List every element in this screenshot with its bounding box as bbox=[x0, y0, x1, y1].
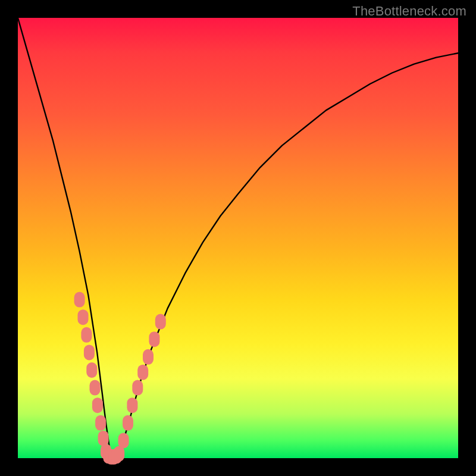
data-marker bbox=[118, 433, 129, 448]
marker-layer bbox=[74, 292, 166, 465]
data-marker bbox=[90, 380, 101, 396]
chart-frame: TheBottleneck.com bbox=[0, 0, 476, 476]
plot-area bbox=[18, 18, 458, 458]
data-marker bbox=[81, 327, 92, 343]
data-marker bbox=[149, 331, 159, 347]
bottleneck-curve-path bbox=[18, 18, 458, 458]
data-marker bbox=[114, 446, 124, 462]
chart-svg bbox=[18, 18, 458, 458]
data-marker bbox=[127, 397, 137, 413]
data-marker bbox=[86, 362, 97, 378]
data-marker bbox=[98, 431, 109, 446]
data-marker bbox=[143, 349, 154, 365]
watermark-label: TheBottleneck.com bbox=[352, 4, 466, 19]
data-marker bbox=[92, 397, 103, 413]
data-marker bbox=[132, 380, 143, 396]
data-marker bbox=[95, 415, 106, 431]
data-marker bbox=[137, 365, 148, 380]
data-marker bbox=[78, 309, 89, 325]
data-marker bbox=[84, 345, 95, 360]
data-marker bbox=[74, 292, 85, 308]
curve-layer bbox=[18, 18, 458, 458]
data-marker bbox=[155, 314, 166, 330]
data-marker bbox=[123, 415, 133, 431]
